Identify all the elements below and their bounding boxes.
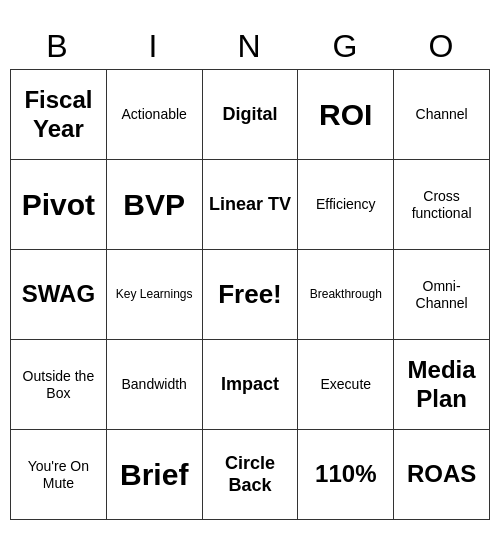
bingo-cell: Breakthrough	[298, 250, 394, 340]
cell-text: You're On Mute	[15, 458, 102, 492]
bingo-cell: Linear TV	[203, 160, 299, 250]
header-letter: N	[202, 24, 298, 69]
cell-text: Circle Back	[207, 453, 294, 496]
header-letter: B	[10, 24, 106, 69]
bingo-cell: Channel	[394, 70, 490, 160]
bingo-cell: Fiscal Year	[11, 70, 107, 160]
bingo-cell: You're On Mute	[11, 430, 107, 520]
cell-text: Efficiency	[316, 196, 376, 213]
cell-text: Channel	[416, 106, 468, 123]
bingo-cell: ROAS	[394, 430, 490, 520]
cell-text: Breakthrough	[310, 287, 382, 301]
bingo-cell: SWAG	[11, 250, 107, 340]
cell-text: Cross functional	[398, 188, 485, 222]
cell-text: Bandwidth	[122, 376, 187, 393]
bingo-cell: Outside the Box	[11, 340, 107, 430]
bingo-header: BINGO	[10, 24, 490, 69]
bingo-cell: Impact	[203, 340, 299, 430]
bingo-cell: Circle Back	[203, 430, 299, 520]
cell-text: SWAG	[22, 280, 95, 309]
bingo-cell: Actionable	[107, 70, 203, 160]
bingo-grid: Fiscal YearActionableDigitalROIChannelPi…	[10, 69, 490, 520]
bingo-cell: Execute	[298, 340, 394, 430]
bingo-cell: Omni-Channel	[394, 250, 490, 340]
cell-text: Impact	[221, 374, 279, 396]
cell-text: Fiscal Year	[15, 86, 102, 144]
cell-text: 110%	[315, 460, 376, 489]
cell-text: Key Learnings	[116, 287, 193, 301]
cell-text: Free!	[218, 279, 282, 310]
cell-text: Pivot	[22, 187, 95, 223]
cell-text: ROI	[319, 97, 372, 133]
bingo-cell: Media Plan	[394, 340, 490, 430]
cell-text: Brief	[120, 457, 188, 493]
bingo-cell: Brief	[107, 430, 203, 520]
header-letter: O	[394, 24, 490, 69]
bingo-cell: Cross functional	[394, 160, 490, 250]
cell-text: Media Plan	[398, 356, 485, 414]
bingo-cell: Free!	[203, 250, 299, 340]
cell-text: ROAS	[407, 460, 476, 489]
bingo-cell: BVP	[107, 160, 203, 250]
bingo-cell: Digital	[203, 70, 299, 160]
cell-text: Execute	[320, 376, 371, 393]
cell-text: Digital	[222, 104, 277, 126]
header-letter: I	[106, 24, 202, 69]
header-letter: G	[298, 24, 394, 69]
bingo-cell: ROI	[298, 70, 394, 160]
bingo-cell: 110%	[298, 430, 394, 520]
bingo-cell: Pivot	[11, 160, 107, 250]
bingo-cell: Key Learnings	[107, 250, 203, 340]
bingo-cell: Efficiency	[298, 160, 394, 250]
cell-text: Actionable	[122, 106, 187, 123]
bingo-cell: Bandwidth	[107, 340, 203, 430]
bingo-card: BINGO Fiscal YearActionableDigitalROICha…	[10, 24, 490, 520]
cell-text: BVP	[123, 187, 185, 223]
cell-text: Omni-Channel	[398, 278, 485, 312]
cell-text: Linear TV	[209, 194, 291, 216]
cell-text: Outside the Box	[15, 368, 102, 402]
